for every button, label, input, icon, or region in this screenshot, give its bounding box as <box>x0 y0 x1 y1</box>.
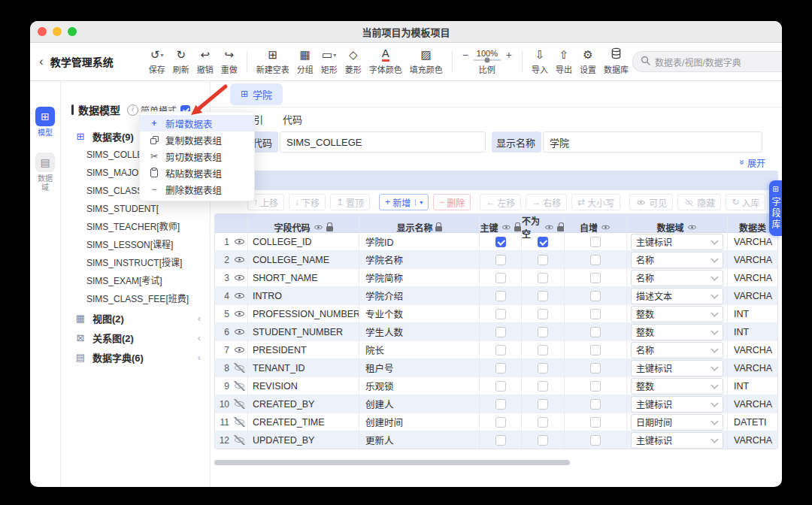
autoincrement-checkbox[interactable] <box>590 309 601 319</box>
menu-item-add-table[interactable]: + 新增数据表 <box>140 115 254 132</box>
data-type[interactable]: INT <box>728 377 777 395</box>
menu-item-cut-group[interactable]: ✂ 剪切数据表组 <box>140 148 254 165</box>
notnull-checkbox[interactable] <box>538 435 548 446</box>
back-icon[interactable]: ‹ <box>39 54 44 69</box>
data-type[interactable]: DATETI <box>728 413 777 431</box>
domain-select[interactable]: 主键标识 <box>631 234 723 250</box>
tree-group-dictionary[interactable]: ▤ 数据字典(6) ‹ <box>61 347 210 367</box>
domain-select[interactable]: 主键标识 <box>631 432 723 449</box>
pk-checkbox[interactable] <box>495 255 506 265</box>
field-code[interactable]: SHORT_NAME <box>248 269 359 286</box>
display-name[interactable]: 更新人 <box>359 431 480 449</box>
autoincrement-checkbox[interactable] <box>590 273 601 283</box>
display-name[interactable]: 租户号 <box>359 359 480 376</box>
pk-checkbox[interactable] <box>495 345 506 355</box>
data-type[interactable]: VARCHA <box>728 233 777 250</box>
display-name[interactable]: 创建时间 <box>359 413 480 431</box>
data-type[interactable]: VARCHA <box>728 341 777 358</box>
horizontal-scrollbar[interactable] <box>214 460 778 466</box>
field-code[interactable]: CREATED_BY <box>248 395 359 413</box>
visibility-icon[interactable] <box>234 237 245 246</box>
notnull-checkbox[interactable] <box>538 327 548 337</box>
data-type[interactable]: VARCHA <box>728 269 777 286</box>
domain-select[interactable]: 名称 <box>631 270 723 286</box>
undo-button[interactable]: ↩ 撤销 <box>193 48 217 75</box>
display-name[interactable]: 学院ID <box>359 233 480 250</box>
field-code[interactable]: STUDENT_NUMBER <box>248 323 359 340</box>
notnull-checkbox[interactable] <box>538 291 548 301</box>
field-code[interactable]: PROFESSION_NUMBER <box>248 305 359 322</box>
pk-checkbox[interactable] <box>495 381 506 392</box>
display-name[interactable]: 专业个数 <box>359 305 480 322</box>
data-type[interactable]: VARCHA <box>728 251 777 268</box>
fullscreen-button[interactable] <box>68 27 77 36</box>
autoincrement-checkbox[interactable] <box>590 255 601 265</box>
domain-select[interactable]: 整数 <box>631 306 723 322</box>
pk-checkbox[interactable] <box>495 363 506 373</box>
rail-item-model[interactable]: ⊞ 模型 <box>35 107 55 138</box>
autoincrement-checkbox[interactable] <box>590 381 601 392</box>
field-code[interactable]: PRESIDENT <box>248 341 359 358</box>
expand-link[interactable]: « 展开 <box>739 156 765 169</box>
notnull-checkbox[interactable] <box>538 381 548 392</box>
tab-college[interactable]: ⊞ 学院 <box>230 83 283 105</box>
data-type[interactable]: VARCHA <box>728 359 777 376</box>
autoincrement-checkbox[interactable] <box>590 345 601 355</box>
field-code[interactable]: UPDATED_BY <box>248 431 359 449</box>
new-table-button[interactable]: ⊞ 新建空表 <box>253 48 293 75</box>
visibility-icon[interactable] <box>234 417 245 427</box>
tree-item-table[interactable]: SIMS_TEACHER[教师] <box>61 218 210 236</box>
domain-select[interactable]: 描述文本 <box>631 288 723 304</box>
rail-item-data-domain[interactable]: ▤ 数据域 <box>35 153 55 192</box>
display-name[interactable]: 学院名称 <box>359 251 480 268</box>
pk-checkbox[interactable] <box>495 273 506 283</box>
data-type[interactable]: INT <box>728 305 777 322</box>
notnull-checkbox[interactable] <box>538 255 548 265</box>
diamond-button[interactable]: ◇ 菱形 <box>341 48 365 75</box>
display-name[interactable]: 学生人数 <box>359 323 480 340</box>
autoincrement-checkbox[interactable] <box>590 237 601 247</box>
case-toggle-button[interactable]: ⇄大小写 <box>571 194 620 210</box>
store-button[interactable]: ↻入库 <box>726 194 765 210</box>
visibility-icon[interactable] <box>234 435 245 445</box>
visibility-icon[interactable] <box>234 309 245 319</box>
display-name-input[interactable]: 学院 <box>543 132 762 153</box>
menu-item-delete-group[interactable]: − 删除数据表组 <box>140 181 254 198</box>
tree-group-views[interactable]: ▦ 视图(2) ‹ <box>61 308 210 328</box>
visibility-icon[interactable] <box>234 381 245 391</box>
database-button[interactable]: 数据库 <box>600 48 632 75</box>
save-button[interactable]: ↺▾ 保存 <box>145 48 169 75</box>
visibility-icon[interactable] <box>234 255 245 265</box>
tree-item-table[interactable]: SIMS_CLASS_FEE[班费] <box>61 290 210 308</box>
zoom-in-button[interactable]: + <box>506 49 512 61</box>
tree-item-table[interactable]: SIMS_EXAM[考试] <box>61 272 210 290</box>
domain-select[interactable]: 整数 <box>631 378 723 395</box>
visibility-icon[interactable] <box>234 273 245 283</box>
field-code[interactable]: COLLEGE_NAME <box>248 251 359 268</box>
autoincrement-checkbox[interactable] <box>590 327 601 337</box>
autoincrement-checkbox[interactable] <box>590 363 601 373</box>
pk-checkbox[interactable] <box>495 399 506 410</box>
data-type[interactable]: INT <box>728 323 777 340</box>
delete-field-button[interactable]: −删除 <box>433 194 471 210</box>
field-code[interactable]: CREATED_TIME <box>248 413 359 431</box>
notnull-checkbox[interactable] <box>538 399 548 410</box>
pk-checkbox[interactable] <box>495 237 506 247</box>
domain-select[interactable]: 名称 <box>631 342 723 358</box>
visibility-icon[interactable] <box>234 345 245 355</box>
tree-item-table[interactable]: SIMS_STUDENT[ <box>61 200 210 218</box>
fill-color-button[interactable]: ▨ 填充颜色 <box>406 48 447 75</box>
field-code[interactable]: COLLEGE_ID <box>248 233 359 250</box>
display-name[interactable]: 学院介绍 <box>359 287 480 304</box>
field-code[interactable]: INTRO <box>248 287 359 304</box>
font-color-button[interactable]: A 字体颜色 <box>365 48 406 75</box>
pk-checkbox[interactable] <box>495 417 506 428</box>
visibility-icon[interactable] <box>234 291 245 301</box>
pk-checkbox[interactable] <box>495 291 506 301</box>
domain-select[interactable]: 主键标识 <box>631 396 723 413</box>
export-button[interactable]: ⇧ 导出 <box>552 48 576 75</box>
menu-item-copy-group[interactable]: 复制数据表组 <box>140 132 254 148</box>
field-code[interactable]: REVISION <box>248 377 359 395</box>
autoincrement-checkbox[interactable] <box>590 399 601 410</box>
domain-select[interactable]: 主键标识 <box>631 360 723 376</box>
